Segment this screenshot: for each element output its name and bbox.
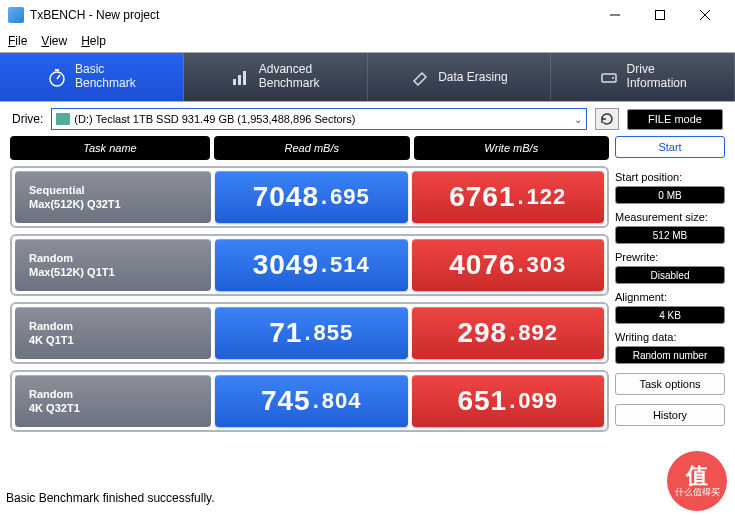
menu-help[interactable]: Help: [81, 34, 106, 48]
close-button[interactable]: [682, 0, 727, 30]
read-value: 7048.695: [215, 171, 408, 223]
svg-rect-5: [238, 75, 241, 85]
tab-label: Advanced Benchmark: [259, 63, 320, 91]
svg-point-8: [612, 77, 614, 79]
task-cell[interactable]: Random4K Q32T1: [15, 375, 211, 427]
label-measurement-size: Measurement size:: [615, 211, 725, 223]
refresh-button[interactable]: [595, 108, 619, 130]
eraser-icon: [410, 67, 430, 87]
status-text: Basic Benchmark finished successfully.: [6, 491, 215, 505]
write-value: 4076.303: [412, 239, 605, 291]
benchmark-row: SequentialMax(512K) Q32T17048.6956761.12…: [10, 166, 609, 228]
tab-label: Drive Information: [627, 63, 687, 91]
maximize-button[interactable]: [637, 0, 682, 30]
read-value: 3049.514: [215, 239, 408, 291]
write-value: 298.892: [412, 307, 605, 359]
header-read: Read mB/s: [214, 136, 410, 160]
svg-rect-0: [655, 11, 664, 20]
benchmark-row: Random4K Q1T171.855298.892: [10, 302, 609, 364]
benchmark-row: RandomMax(512K) Q1T13049.5144076.303: [10, 234, 609, 296]
task-options-button[interactable]: Task options: [615, 373, 725, 395]
drive-select[interactable]: (D:) Teclast 1TB SSD 931.49 GB (1,953,48…: [51, 108, 587, 130]
hard-drive-icon: [56, 113, 70, 125]
value-start-position[interactable]: 0 MB: [615, 186, 725, 204]
read-value: 71.855: [215, 307, 408, 359]
history-button[interactable]: History: [615, 404, 725, 426]
task-cell[interactable]: RandomMax(512K) Q1T1: [15, 239, 211, 291]
value-measurement-size[interactable]: 512 MB: [615, 226, 725, 244]
bar-chart-icon: [231, 67, 251, 87]
label-start-position: Start position:: [615, 171, 725, 183]
tab-label: Basic Benchmark: [75, 63, 136, 91]
task-cell[interactable]: SequentialMax(512K) Q32T1: [15, 171, 211, 223]
menu-view[interactable]: View: [41, 34, 67, 48]
drive-icon: [599, 67, 619, 87]
benchmark-row: Random4K Q32T1745.804651.099: [10, 370, 609, 432]
window-title: TxBENCH - New project: [30, 8, 159, 22]
write-value: 651.099: [412, 375, 605, 427]
svg-line-3: [57, 75, 60, 79]
app-icon: [8, 7, 24, 23]
value-alignment[interactable]: 4 KB: [615, 306, 725, 324]
task-cell[interactable]: Random4K Q1T1: [15, 307, 211, 359]
chevron-down-icon: ⌄: [574, 114, 582, 125]
label-writing-data: Writing data:: [615, 331, 725, 343]
header-write: Write mB/s: [414, 136, 610, 160]
tab-drive-information[interactable]: Drive Information: [551, 53, 735, 101]
svg-rect-6: [243, 71, 246, 85]
write-value: 6761.122: [412, 171, 605, 223]
svg-rect-2: [55, 69, 59, 71]
label-alignment: Alignment:: [615, 291, 725, 303]
svg-rect-4: [233, 79, 236, 85]
header-task-name: Task name: [10, 136, 210, 160]
start-button[interactable]: Start: [615, 136, 725, 158]
value-prewrite[interactable]: Disabled: [615, 266, 725, 284]
stopwatch-icon: [47, 67, 67, 87]
menu-file[interactable]: File: [8, 34, 27, 48]
drive-selected-text: (D:) Teclast 1TB SSD 931.49 GB (1,953,48…: [74, 113, 355, 125]
minimize-button[interactable]: [592, 0, 637, 30]
tab-label: Data Erasing: [438, 70, 507, 84]
refresh-icon: [600, 112, 614, 126]
tab-basic-benchmark[interactable]: Basic Benchmark: [0, 53, 184, 101]
drive-label: Drive:: [12, 112, 43, 126]
label-prewrite: Prewrite:: [615, 251, 725, 263]
file-mode-button[interactable]: FILE mode: [627, 109, 723, 130]
value-writing-data[interactable]: Random number: [615, 346, 725, 364]
tab-data-erasing[interactable]: Data Erasing: [368, 53, 552, 101]
tab-advanced-benchmark[interactable]: Advanced Benchmark: [184, 53, 368, 101]
watermark-badge: 什么值得买: [667, 451, 727, 511]
read-value: 745.804: [215, 375, 408, 427]
